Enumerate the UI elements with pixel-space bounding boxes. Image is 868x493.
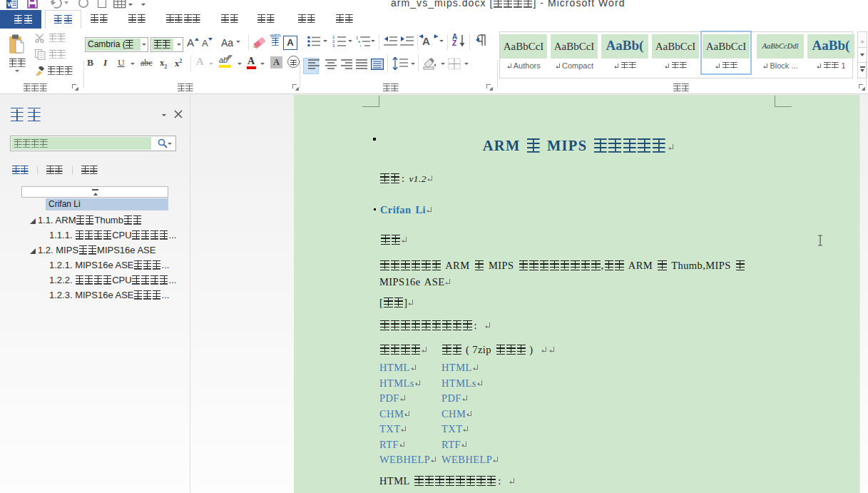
svg-text:i: i [360,44,361,47]
svg-text:3: 3 [332,44,335,47]
